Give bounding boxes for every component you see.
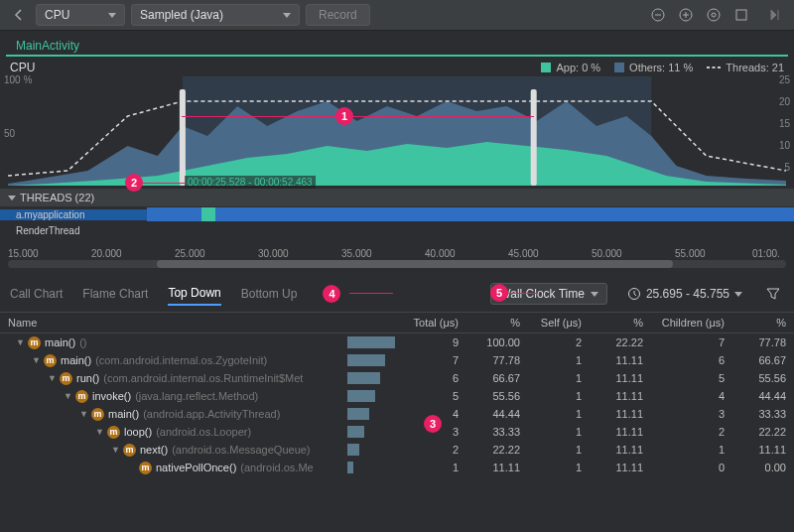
zoom-out-button[interactable] xyxy=(647,4,669,26)
chevron-down-icon xyxy=(591,292,598,297)
range-display: 25.695 - 45.755 xyxy=(627,287,742,301)
expander-icon[interactable]: ▼ xyxy=(32,355,40,365)
method-name: main() xyxy=(108,408,139,420)
toolbar: CPU Sampled (Java) Record xyxy=(0,0,794,31)
total-bar xyxy=(347,336,395,348)
filter-button[interactable] xyxy=(762,283,784,305)
table-row[interactable]: ▼mmain() ()9100.00222.22777.78 xyxy=(0,333,794,351)
mode-dropdown[interactable]: Sampled (Java) xyxy=(131,4,300,26)
y-right-10: 10 xyxy=(779,140,790,151)
thread-row[interactable]: RenderThread xyxy=(0,222,794,238)
y-right-25: 25 xyxy=(779,74,790,85)
table-row[interactable]: mnativePollOnce() (android.os.Me111.1111… xyxy=(0,459,794,476)
svg-rect-4 xyxy=(736,10,746,20)
y-right-5: 5 xyxy=(784,162,790,173)
cpu-header: CPU App: 0 % Others: 11 % Threads: 21 xyxy=(0,57,794,74)
threads-header[interactable]: THREADS (22) xyxy=(0,189,794,206)
expander-icon[interactable]: ▼ xyxy=(111,445,119,455)
col-pct2[interactable]: % xyxy=(582,317,643,329)
zoom-in-button[interactable] xyxy=(675,4,697,26)
timeline-scrollbar[interactable] xyxy=(8,260,786,268)
activity-label: MainActivity xyxy=(6,31,788,57)
col-children[interactable]: Children (μs) xyxy=(643,317,725,329)
cpu-title: CPU xyxy=(10,61,35,74)
thread-name: a.myapplication xyxy=(0,209,147,220)
time-ruler: 15.00020.000 25.00030.000 35.00040.000 4… xyxy=(0,244,794,260)
table-row[interactable]: ▼mmain() (com.android.internal.os.Zygote… xyxy=(0,351,794,369)
scroll-thumb[interactable] xyxy=(157,260,673,268)
tab-flame-chart[interactable]: Flame Chart xyxy=(82,283,148,305)
col-name[interactable]: Name xyxy=(8,317,347,329)
svg-point-2 xyxy=(708,9,720,21)
cpu-legend: App: 0 % Others: 11 % Threads: 21 xyxy=(541,62,784,73)
method-name: invoke() xyxy=(92,390,131,402)
chevron-down-icon xyxy=(283,13,291,18)
col-pct3[interactable]: % xyxy=(725,317,786,329)
clock-label: Wall Clock Time xyxy=(499,287,585,301)
total-bar xyxy=(347,372,380,384)
method-icon: m xyxy=(107,426,120,439)
total-bar xyxy=(347,354,385,366)
profiler-label: CPU xyxy=(45,8,69,22)
y-right-15: 15 xyxy=(779,118,790,129)
zoom-selection-button[interactable] xyxy=(730,4,752,26)
legend-app: App: 0 % xyxy=(541,62,600,73)
table-header: Name Total (μs) % Self (μs) % Children (… xyxy=(0,313,794,333)
tab-top-down[interactable]: Top Down xyxy=(168,282,220,306)
mode-label: Sampled (Java) xyxy=(140,8,223,22)
method-name: main() xyxy=(61,354,91,366)
expander-icon[interactable]: ▼ xyxy=(64,391,71,401)
col-pct1[interactable]: % xyxy=(459,317,520,329)
back-button[interactable] xyxy=(8,4,30,26)
table-row[interactable]: ▼mnext() (android.os.MessageQueue)222.22… xyxy=(0,441,794,459)
reset-zoom-button[interactable] xyxy=(703,4,725,26)
total-bar xyxy=(347,390,375,402)
method-icon: m xyxy=(123,444,136,457)
marker-5: 5 xyxy=(490,284,508,302)
col-total[interactable]: Total (μs) xyxy=(397,317,459,329)
method-name: nativePollOnce() xyxy=(156,462,236,473)
thread-name: RenderThread xyxy=(0,225,147,236)
profiler-dropdown[interactable]: CPU xyxy=(36,4,125,26)
col-self[interactable]: Self (μs) xyxy=(520,317,582,329)
package-name: (android.os.MessageQueue) xyxy=(172,444,310,456)
total-bar xyxy=(347,444,359,456)
threads-title: THREADS (22) xyxy=(20,192,94,203)
go-live-button[interactable] xyxy=(764,4,786,26)
method-icon: m xyxy=(44,354,57,367)
package-name: (com.android.internal.os.ZygoteInit) xyxy=(95,354,267,366)
svg-point-3 xyxy=(712,13,716,17)
y-left-100: 100 % xyxy=(4,74,32,85)
cpu-chart[interactable]: 100 % 50 25 20 15 10 5 1 2 00:00:25.528 … xyxy=(8,76,786,186)
package-name: (com.android.internal.os.RuntimeInit$Met xyxy=(103,372,303,384)
method-icon: m xyxy=(139,462,152,474)
table-row[interactable]: ▼minvoke() (java.lang.reflect.Method)555… xyxy=(0,387,794,405)
package-name: (android.app.ActivityThread) xyxy=(143,408,280,420)
package-name: (android.os.Looper) xyxy=(156,426,251,438)
marker-4: 4 xyxy=(323,285,340,303)
method-icon: m xyxy=(28,336,41,349)
expander-icon[interactable]: ▼ xyxy=(16,337,24,347)
record-button[interactable]: Record xyxy=(306,4,370,26)
tab-bottom-up[interactable]: Bottom Up xyxy=(241,283,298,305)
cpu-svg xyxy=(8,76,786,186)
expander-icon[interactable]: ▼ xyxy=(95,427,103,437)
expander-icon[interactable]: ▼ xyxy=(48,373,56,383)
total-bar xyxy=(347,408,369,420)
method-name: main() xyxy=(45,336,75,348)
method-icon: m xyxy=(60,372,72,385)
package-name: (android.os.Me xyxy=(240,462,313,473)
total-bar xyxy=(347,462,353,473)
marker-5-line xyxy=(508,293,538,294)
thread-row[interactable]: a.myapplication xyxy=(0,206,794,222)
clock-dropdown[interactable]: Wall Clock Time xyxy=(490,283,607,305)
call-tree: ▼mmain() ()9100.00222.22777.78▼mmain() (… xyxy=(0,333,794,476)
expander-icon[interactable]: ▼ xyxy=(79,409,87,419)
table-row[interactable]: ▼mloop() (android.os.Looper)333.33111.11… xyxy=(0,423,794,441)
tab-call-chart[interactable]: Call Chart xyxy=(10,283,63,305)
svg-rect-6 xyxy=(180,89,186,186)
table-row[interactable]: ▼mrun() (com.android.internal.os.Runtime… xyxy=(0,369,794,387)
table-row[interactable]: ▼mmain() (android.app.ActivityThread)444… xyxy=(0,405,794,423)
chevron-down-icon xyxy=(8,196,16,200)
chevron-down-icon xyxy=(108,13,116,18)
